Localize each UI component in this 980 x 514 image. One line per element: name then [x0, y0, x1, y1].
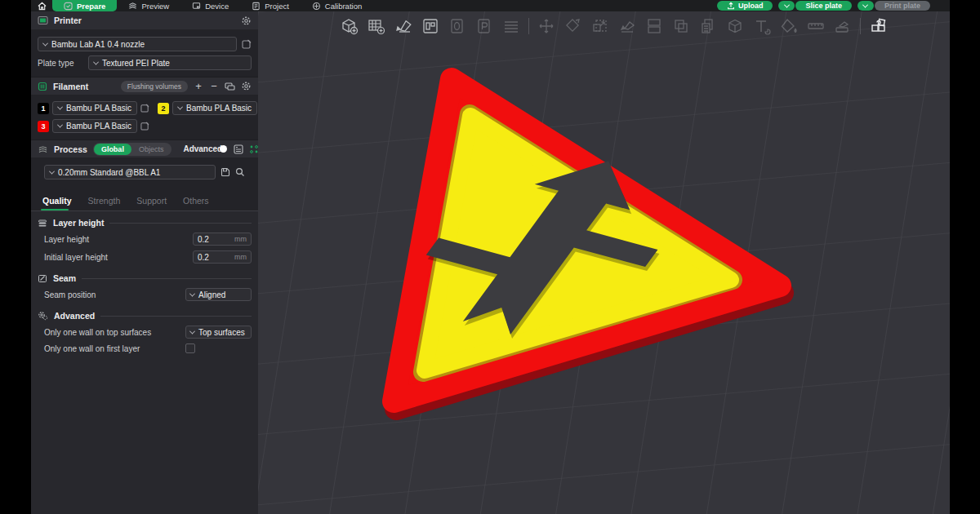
seam-icon — [38, 274, 47, 283]
filament-3-select[interactable]: Bambu PLA Basic — [52, 119, 137, 133]
page-p-icon[interactable] — [474, 16, 494, 36]
advanced-gears-icon — [38, 311, 48, 321]
plate-type-select[interactable]: Textured PEI Plate — [88, 55, 252, 70]
measure-icon[interactable] — [806, 16, 826, 36]
one-wall-first-layer-label: Only one wall on first layer — [44, 344, 185, 353]
preview-icon — [128, 2, 137, 11]
tab-prepare[interactable]: Prepare — [52, 0, 117, 11]
add-plate-icon[interactable] — [367, 16, 386, 36]
tab-preview[interactable]: Preview — [117, 0, 180, 11]
search-preset-icon[interactable] — [235, 167, 245, 177]
filament-1-name: Bambu PLA Basic — [66, 104, 131, 113]
toggle-knob — [220, 145, 227, 153]
print-plate-label: Print plate — [884, 2, 920, 10]
home-icon — [38, 2, 47, 11]
parameter-list-icon[interactable] — [234, 144, 243, 154]
filament-1-color-chip[interactable]: 1 — [38, 103, 49, 114]
add-object-icon[interactable] — [340, 16, 359, 36]
filament-slot-1: 1 Bambu PLA Basic — [38, 101, 149, 115]
seam-position-value: Aligned — [198, 290, 225, 299]
remove-filament-button[interactable]: − — [209, 81, 219, 91]
process-tab-bar: Quality Strength Support Others — [31, 186, 258, 211]
save-preset-icon[interactable] — [220, 167, 230, 177]
upload-icon — [727, 2, 735, 10]
filament-3-color-chip[interactable]: 3 — [38, 121, 49, 132]
tab-calibration[interactable]: Calibration — [301, 0, 373, 11]
chevron-down-icon — [189, 328, 195, 334]
edit-filament-3-icon[interactable] — [140, 122, 149, 131]
tab-project[interactable]: Project — [240, 0, 301, 11]
chevron-down-icon — [862, 2, 868, 7]
layer-height-value: 0.2 — [198, 235, 234, 244]
tab-quality[interactable]: Quality — [38, 193, 83, 210]
upload-label: Upload — [738, 2, 764, 10]
scope-objects-button[interactable]: Objects — [131, 144, 172, 155]
tab-device[interactable]: Device — [180, 0, 240, 11]
printer-preset-select[interactable]: Bambu Lab A1 0.4 nozzle — [38, 37, 237, 51]
process-preset-select[interactable]: 0.20mm Standard @BBL A1 — [44, 165, 216, 179]
print-dropdown-button[interactable] — [858, 1, 874, 11]
arrange-icon[interactable] — [421, 16, 440, 36]
auto-orient-icon[interactable] — [394, 16, 413, 36]
rotate-icon[interactable] — [564, 16, 583, 36]
scale-icon[interactable] — [590, 16, 610, 36]
chevron-down-icon — [784, 2, 790, 7]
left-settings-panel: Printer Bambu Lab A1 0.4 nozzle Plate ty… — [31, 11, 258, 514]
one-wall-top-select[interactable]: Top surfaces — [185, 326, 252, 339]
advanced-toggle-label: Advanced — [183, 144, 222, 153]
split-to-parts-icon[interactable] — [671, 16, 691, 36]
layers-icon[interactable] — [501, 16, 521, 36]
layer-height-section-title: Layer height — [53, 218, 104, 228]
left-letterbox — [0, 0, 31, 514]
upload-button[interactable]: Upload — [717, 1, 773, 11]
text-icon[interactable] — [752, 16, 772, 36]
slice-dropdown-button[interactable] — [778, 1, 795, 11]
filament-2-select[interactable]: Bambu PLA Basic — [172, 101, 257, 115]
plate-type-label: Plate type — [38, 59, 83, 68]
viewport-3d[interactable] — [258, 11, 950, 514]
initial-layer-height-row: Initial layer height 0.2 mm — [38, 250, 252, 264]
page-0-icon[interactable] — [448, 16, 467, 36]
layer-height-input[interactable]: 0.2 mm — [193, 233, 252, 246]
home-button[interactable] — [31, 0, 52, 11]
flushing-volumes-button[interactable]: Flushing volumes — [121, 81, 188, 92]
filament-section-body: 1 Bambu PLA Basic 2 Bambu PLA Basic — [31, 95, 258, 140]
add-filament-button[interactable]: + — [194, 81, 203, 91]
seam-painting-icon[interactable] — [833, 16, 853, 36]
color-painting-icon[interactable] — [779, 16, 799, 36]
tab-others[interactable]: Others — [178, 193, 220, 210]
chevron-down-icon — [177, 104, 183, 110]
filament-slot-3: 3 Bambu PLA Basic — [38, 119, 149, 133]
slice-plate-button[interactable]: Slice plate — [795, 1, 852, 11]
one-wall-top-value: Top surfaces — [198, 328, 245, 337]
filament-1-select[interactable]: Bambu PLA Basic — [52, 101, 137, 115]
assembly-view-icon[interactable] — [868, 16, 889, 37]
ams-sync-icon[interactable] — [225, 82, 235, 91]
print-plate-button[interactable]: Print plate — [875, 1, 930, 11]
divider — [100, 316, 252, 317]
filament-2-color-chip[interactable]: 2 — [158, 103, 169, 114]
mesh-boolean-icon[interactable] — [725, 16, 745, 36]
tab-strength[interactable]: Strength — [83, 193, 132, 210]
lay-on-face-icon[interactable] — [617, 16, 637, 36]
initial-layer-height-input[interactable]: 0.2 mm — [193, 250, 252, 264]
edit-filament-1-icon[interactable] — [140, 104, 149, 113]
seam-position-select[interactable]: Aligned — [185, 288, 252, 301]
process-preset-value: 0.20mm Standard @BBL A1 — [58, 168, 160, 177]
printer-settings-gear-icon[interactable] — [241, 16, 252, 26]
move-icon[interactable] — [537, 16, 556, 36]
filament-section-title: Filament — [53, 82, 88, 91]
filament-settings-gear-icon[interactable] — [241, 81, 252, 91]
one-wall-first-layer-checkbox[interactable] — [185, 343, 195, 353]
tab-support[interactable]: Support — [131, 193, 178, 210]
tab-device-label: Device — [205, 2, 229, 11]
tab-preview-label: Preview — [141, 2, 169, 11]
variable-layer-height-icon[interactable] — [698, 16, 718, 36]
scope-global-button[interactable]: Global — [94, 144, 131, 155]
split-to-objects-icon[interactable] — [644, 16, 664, 36]
printer-preset-value: Bambu Lab A1 0.4 nozzle — [51, 40, 145, 49]
edit-printer-preset-icon[interactable] — [242, 39, 252, 49]
layer-height-label: Layer height — [44, 235, 193, 244]
calibration-icon — [312, 2, 321, 11]
printer-icon — [38, 16, 48, 25]
